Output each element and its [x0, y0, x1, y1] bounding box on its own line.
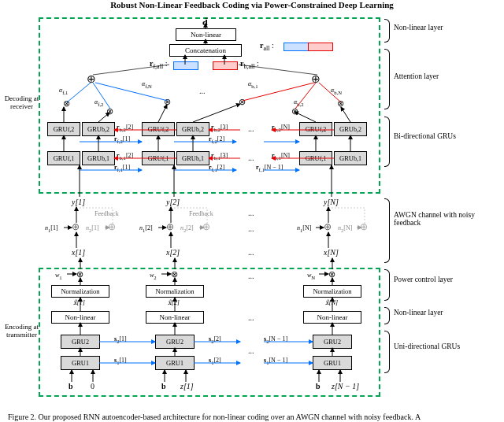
xh2: x̂[2]	[168, 299, 180, 306]
gru1-2: GRU1	[155, 356, 195, 370]
alpha-f2: αf,2	[94, 98, 103, 107]
y1: y[1]	[72, 198, 85, 206]
ellipsis-w: ...	[248, 272, 254, 280]
lbl-nonlin-enc: Non-linear layer	[394, 309, 496, 316]
alpha-b2: αb,2	[294, 98, 304, 107]
plus-ch-1a: ⊕	[72, 221, 80, 233]
rb2-2-lbl: rb,2[2]	[117, 124, 133, 132]
ellipsis-x: ...	[248, 248, 254, 257]
nonlinear-decoder-box: Non-linear	[176, 28, 236, 41]
gru-b2-2: GRUb,2	[176, 122, 209, 136]
nonlin-enc-2: Non-linear	[146, 311, 204, 324]
brace-nonlin-enc	[384, 307, 390, 324]
plus-ch-1b: ⊕	[108, 221, 116, 233]
otimes-b1: ⊗	[239, 97, 246, 107]
lbl-awgn: AWGN channel with noisy feedback	[394, 211, 496, 227]
gru2-N: GRU2	[313, 335, 352, 349]
plus-left: ⊕	[87, 72, 96, 86]
figure-caption: Figure 2. Our proposed RNN autoencoder-b…	[8, 413, 496, 421]
gru1-1: GRU1	[61, 356, 100, 370]
rf-all-box	[173, 61, 198, 70]
lbl-nonlin-dec: Non-linear layer	[394, 24, 496, 31]
xhN: x̂[N]	[325, 299, 338, 306]
alpha-fN: αf,N	[142, 80, 152, 89]
concat-box: Concatenation	[169, 44, 242, 57]
plus-right: ⊕	[311, 72, 321, 86]
rf1-2-lbl: rf,1[2]	[209, 164, 224, 172]
brace-nonlin-dec	[384, 19, 390, 43]
wN: wN	[307, 272, 315, 280]
b-1: b	[69, 382, 73, 391]
gru-b1-N: GRUb,1	[334, 151, 367, 165]
x1: x[1]	[72, 248, 85, 257]
rf2-1-lbl: rf,2[1]	[114, 135, 130, 144]
zN1: z[N − 1]	[332, 382, 359, 391]
gru2-2: GRU2	[155, 335, 195, 349]
otimes-fN: ⊗	[164, 97, 171, 107]
yN: y[N]	[324, 198, 339, 206]
otimes-w1: ⊗	[76, 269, 83, 279]
norm-N: Normalization	[303, 285, 361, 298]
encoding-label: Encoding at transmitter	[4, 323, 39, 339]
n1-N: n1[N]	[297, 224, 311, 233]
n1-2: n1[2]	[139, 224, 153, 233]
ellipsis-bigru1: ...	[248, 154, 254, 162]
lbl-unigru: Uni-directional GRUs	[394, 342, 496, 350]
n2-2: n2[2]	[180, 224, 194, 233]
ellipsis-enc: ...	[248, 313, 254, 322]
norm-1: Normalization	[51, 285, 109, 298]
gru-f1-2: GRUf,1	[142, 151, 175, 165]
gru1-N: GRU1	[313, 356, 352, 370]
plus-ch-Nb: ⊕	[360, 221, 368, 233]
rf1-1-lbl: rf,1[1]	[114, 164, 130, 172]
legend-rb-box	[308, 43, 333, 51]
rb-all-box	[213, 61, 238, 70]
paper-title: Robust Non-Linear Feedback Coding via Po…	[0, 0, 504, 9]
otimes-f2: ⊗	[106, 106, 113, 117]
otimes-b2: ⊗	[291, 106, 298, 117]
lbl-attn: Attention layer	[394, 72, 496, 80]
gru-b1-1: GRUb,1	[82, 151, 115, 165]
plus-ch-2b: ⊕	[202, 221, 210, 233]
rf2-2-lbl: rf,2[2]	[209, 135, 224, 144]
alpha-f1: αf,1	[59, 87, 68, 95]
gru-b2-N: GRUb,2	[334, 122, 367, 136]
decoding-label: Decoding at receiver	[4, 94, 39, 110]
brace-attn	[384, 49, 390, 109]
s1-2: s1[2]	[209, 357, 221, 365]
w1: w1	[55, 272, 62, 280]
gru-b2-1: GRUb,2	[82, 122, 115, 136]
plus-ch-2a: ⊕	[166, 221, 174, 233]
xh1: x̂[1]	[73, 299, 85, 306]
rf-all-label: rf,all :	[150, 59, 167, 70]
ellipsis-unigru: ...	[248, 346, 254, 355]
s2-1: s2[1]	[114, 335, 127, 344]
n1-1: n1[1]	[45, 224, 58, 233]
rb1-3-lbl: rb,1[3]	[211, 152, 228, 161]
feedback-2: Feedback	[189, 210, 213, 217]
alpha-b1: αb,1	[248, 80, 258, 89]
lbl-power: Power control layer	[394, 276, 496, 283]
gru-f2-1: GRUf,2	[47, 122, 80, 136]
ellipsis-noise: ...	[248, 224, 254, 233]
plus-ch-Na: ⊕	[324, 221, 332, 233]
ellipsis-bigru2: ...	[248, 124, 254, 133]
s2-N1: s2[N − 1]	[264, 335, 287, 344]
rf1-N1-lbl: rf,1[N − 1]	[256, 164, 283, 172]
x2: x[2]	[166, 248, 180, 257]
gru-b1-2: GRUb,1	[176, 151, 209, 165]
otimes-bN: ⊗	[337, 98, 344, 109]
w2: w2	[150, 272, 157, 280]
brace-unigru	[384, 331, 390, 373]
feedback-1: Feedback	[94, 210, 119, 217]
otimes-w2: ⊗	[171, 269, 178, 279]
s1-N1: s1[N − 1]	[264, 357, 287, 365]
nonlin-enc-N: Non-linear	[303, 311, 361, 324]
r-all-label: rall :	[260, 41, 274, 52]
brace-bigru	[384, 117, 390, 167]
z1: z[1]	[180, 382, 194, 391]
lbl-bigru: Bi-directional GRUs	[394, 132, 496, 140]
norm-2: Normalization	[146, 285, 204, 298]
gru-f2-N: GRUf,2	[299, 122, 332, 136]
n2-1: n2[1]	[86, 224, 99, 233]
